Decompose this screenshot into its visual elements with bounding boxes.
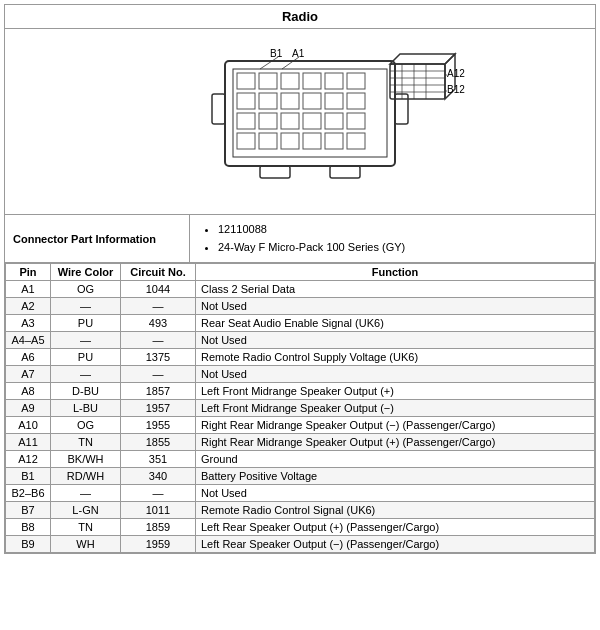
connector-info-row: Connector Part Information 12110088 24-W… (5, 215, 595, 263)
table-row: B8TN1859Left Rear Speaker Output (+) (Pa… (6, 519, 595, 536)
svg-rect-17 (259, 113, 277, 129)
table-row: B2–B6——Not Used (6, 485, 595, 502)
diagram-area: B1 A1 (5, 29, 595, 215)
cell-15-1: WH (51, 536, 121, 553)
svg-rect-6 (281, 73, 299, 89)
cell-14-1: TN (51, 519, 121, 536)
cell-13-3: Remote Radio Control Signal (UK6) (196, 502, 595, 519)
part-description: 24-Way F Micro-Pack 100 Series (GY) (218, 239, 405, 257)
cell-2-1: PU (51, 315, 121, 332)
table-row: A10OG1955Right Rear Midrange Speaker Out… (6, 417, 595, 434)
cell-10-3: Ground (196, 451, 595, 468)
cell-10-2: 351 (121, 451, 196, 468)
cell-6-0: A8 (6, 383, 51, 400)
cell-5-1: — (51, 366, 121, 383)
svg-rect-30 (260, 166, 290, 178)
cell-8-2: 1955 (121, 417, 196, 434)
svg-rect-22 (237, 133, 255, 149)
cell-11-3: Battery Positive Voltage (196, 468, 595, 485)
connector-info-label: Connector Part Information (5, 215, 190, 262)
svg-rect-26 (325, 133, 343, 149)
col-circuit-no: Circuit No. (121, 264, 196, 281)
cell-4-2: 1375 (121, 349, 196, 366)
cell-0-3: Class 2 Serial Data (196, 281, 595, 298)
cell-10-1: BK/WH (51, 451, 121, 468)
cell-15-2: 1959 (121, 536, 196, 553)
cell-1-1: — (51, 298, 121, 315)
cell-6-1: D-BU (51, 383, 121, 400)
svg-rect-19 (303, 113, 321, 129)
cell-14-2: 1859 (121, 519, 196, 536)
svg-rect-13 (303, 93, 321, 109)
cell-0-0: A1 (6, 281, 51, 298)
svg-rect-20 (325, 113, 343, 129)
cell-3-0: A4–A5 (6, 332, 51, 349)
col-pin: Pin (6, 264, 51, 281)
cell-4-0: A6 (6, 349, 51, 366)
cell-11-2: 340 (121, 468, 196, 485)
svg-rect-23 (259, 133, 277, 149)
page-title: Radio (5, 5, 595, 29)
cell-12-0: B2–B6 (6, 485, 51, 502)
svg-rect-7 (303, 73, 321, 89)
cell-1-3: Not Used (196, 298, 595, 315)
connector-diagram: B1 A1 (130, 39, 470, 204)
svg-rect-10 (237, 93, 255, 109)
cell-14-0: B8 (6, 519, 51, 536)
cell-11-1: RD/WH (51, 468, 121, 485)
svg-rect-4 (237, 73, 255, 89)
svg-marker-35 (390, 54, 455, 64)
table-row: B7L-GN1011Remote Radio Control Signal (U… (6, 502, 595, 519)
connector-info-content: 12110088 24-Way F Micro-Pack 100 Series … (190, 215, 415, 262)
cell-8-1: OG (51, 417, 121, 434)
cell-11-0: B1 (6, 468, 51, 485)
table-row: A7——Not Used (6, 366, 595, 383)
cell-12-1: — (51, 485, 121, 502)
svg-rect-24 (281, 133, 299, 149)
table-row: A8D-BU1857Left Front Midrange Speaker Ou… (6, 383, 595, 400)
cell-2-3: Rear Seat Audio Enable Signal (UK6) (196, 315, 595, 332)
table-row: A9L-BU1957Left Front Midrange Speaker Ou… (6, 400, 595, 417)
part-number: 12110088 (218, 221, 405, 239)
cell-9-3: Right Rear Midrange Speaker Output (+) (… (196, 434, 595, 451)
cell-2-0: A3 (6, 315, 51, 332)
table-row: A4–A5——Not Used (6, 332, 595, 349)
svg-rect-31 (330, 166, 360, 178)
svg-rect-5 (259, 73, 277, 89)
table-row: B9WH1959Left Rear Speaker Output (−) (Pa… (6, 536, 595, 553)
cell-0-1: OG (51, 281, 121, 298)
svg-rect-14 (325, 93, 343, 109)
cell-13-1: L-GN (51, 502, 121, 519)
cell-4-1: PU (51, 349, 121, 366)
cell-5-2: — (121, 366, 196, 383)
page-wrapper: Radio B1 A1 (4, 4, 596, 554)
cell-5-0: A7 (6, 366, 51, 383)
svg-rect-16 (237, 113, 255, 129)
cell-8-0: A10 (6, 417, 51, 434)
cell-1-2: — (121, 298, 196, 315)
cell-4-3: Remote Radio Control Supply Voltage (UK6… (196, 349, 595, 366)
cell-5-3: Not Used (196, 366, 595, 383)
cell-3-3: Not Used (196, 332, 595, 349)
cell-15-0: B9 (6, 536, 51, 553)
cell-14-3: Left Rear Speaker Output (+) (Passenger/… (196, 519, 595, 536)
col-function: Function (196, 264, 595, 281)
table-row: A2——Not Used (6, 298, 595, 315)
svg-rect-28 (212, 94, 225, 124)
svg-line-32 (260, 57, 278, 69)
svg-rect-11 (259, 93, 277, 109)
svg-text:B12: B12 (447, 84, 465, 95)
svg-line-33 (282, 57, 299, 69)
table-row: A3PU493Rear Seat Audio Enable Signal (UK… (6, 315, 595, 332)
cell-10-0: A12 (6, 451, 51, 468)
svg-rect-18 (281, 113, 299, 129)
svg-rect-27 (347, 133, 365, 149)
cell-13-2: 1011 (121, 502, 196, 519)
cell-9-0: A11 (6, 434, 51, 451)
cell-12-3: Not Used (196, 485, 595, 502)
cell-7-2: 1957 (121, 400, 196, 417)
table-header-row: Pin Wire Color Circuit No. Function (6, 264, 595, 281)
cell-12-2: — (121, 485, 196, 502)
cell-2-2: 493 (121, 315, 196, 332)
cell-8-3: Right Rear Midrange Speaker Output (−) (… (196, 417, 595, 434)
